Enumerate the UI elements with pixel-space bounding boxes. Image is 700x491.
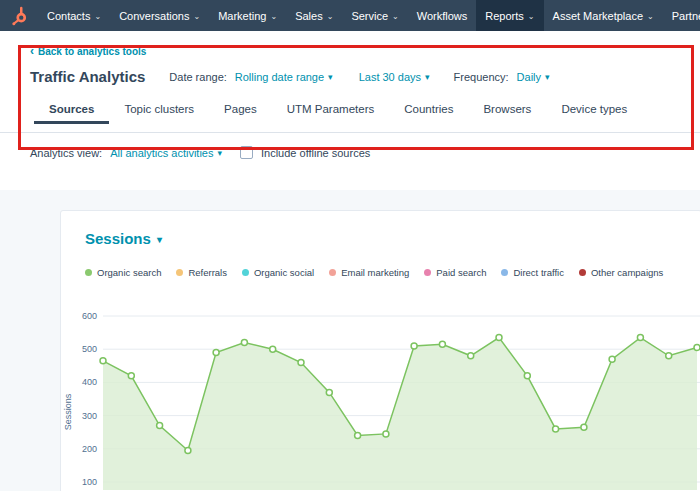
caret-down-icon: ⌄ [647,12,654,21]
caret-down-icon: ▾ [545,72,550,82]
page-header: ‹ Back to analytics tools Traffic Analyt… [0,31,700,85]
legend-dot-icon [176,269,183,276]
caret-down-icon: ⌄ [392,12,399,21]
nav-item-workflows[interactable]: Workflows [408,0,477,31]
nav-item-label: Sales [295,10,323,22]
tab-utm-parameters[interactable]: UTM Parameters [272,97,390,124]
legend-label: Direct traffic [513,267,564,278]
filter-row: Analytics view: All analytics activities… [0,133,700,159]
tab-device-types[interactable]: Device types [546,97,642,124]
page-title: Traffic Analytics [30,68,145,85]
back-link[interactable]: ‹ Back to analytics tools [30,46,146,57]
nav-item-asset-marketplace[interactable]: Asset Marketplace⌄ [544,0,663,31]
legend-dot-icon [579,269,586,276]
legend-dot-icon [424,269,431,276]
tab-sources[interactable]: Sources [34,97,109,124]
legend-label: Referrals [188,267,227,278]
date-range-label: Date range: [169,71,226,83]
nav-item-label: Asset Marketplace [553,10,643,22]
nav-item-label: Conversations [119,10,189,22]
legend-item-paid-search[interactable]: Paid search [424,267,486,278]
legend-label: Paid search [436,267,486,278]
date-range-type-dropdown[interactable]: Rolling date range ▾ [235,71,333,83]
nav-item-sales[interactable]: Sales⌄ [286,0,342,31]
include-offline-label: Include offline sources [261,147,370,159]
analytics-view-value: All analytics activities [110,147,213,159]
legend-label: Organic search [97,267,161,278]
frequency-value: Daily [517,71,541,83]
legend-dot-icon [501,269,508,276]
tab-browsers[interactable]: Browsers [468,97,546,124]
main-menu: Contacts⌄Conversations⌄Marketing⌄Sales⌄S… [38,0,700,31]
svg-text:500: 500 [82,344,97,354]
sessions-card: Sessions ▾ Organic searchReferralsOrgani… [60,210,700,491]
nav-item-conversations[interactable]: Conversations⌄ [110,0,209,31]
top-nav: Contacts⌄Conversations⌄Marketing⌄Sales⌄S… [0,0,700,31]
tab-topic-clusters[interactable]: Topic clusters [109,97,209,124]
analytics-view-dropdown[interactable]: All analytics activities ▾ [110,147,222,159]
caret-down-icon: ⌄ [327,12,334,21]
nav-item-reports[interactable]: Reports⌄ [476,0,543,31]
date-range-type-value: Rolling date range [235,71,324,83]
nav-item-label: Reports [485,10,524,22]
analytics-view-label: Analytics view: [30,147,102,159]
date-period-value: Last 30 days [359,71,421,83]
legend-item-referrals[interactable]: Referrals [176,267,227,278]
nav-item-service[interactable]: Service⌄ [342,0,407,31]
hubspot-logo-icon[interactable] [10,4,30,28]
frequency-label: Frequency: [454,71,509,83]
svg-text:400: 400 [82,377,97,387]
content-area: Sessions ▾ Organic searchReferralsOrgani… [0,190,700,491]
nav-item-label: Service [351,10,388,22]
legend-label: Organic social [254,267,314,278]
caret-down-icon: ⌄ [94,12,101,21]
caret-down-icon: ▾ [425,72,430,82]
caret-down-icon: ▾ [217,148,222,158]
sessions-title: Sessions [85,230,151,247]
legend-item-organic-social[interactable]: Organic social [242,267,314,278]
caret-down-icon: ▾ [328,72,333,82]
chevron-left-icon: ‹ [30,46,34,56]
legend-item-direct-traffic[interactable]: Direct traffic [501,267,564,278]
legend-item-organic-search[interactable]: Organic search [85,267,161,278]
caret-down-icon: ⌄ [528,12,535,21]
nav-item-label: Workflows [417,10,468,22]
nav-item-label: Contacts [47,10,90,22]
legend-dot-icon [242,269,249,276]
include-offline-checkbox[interactable] [240,146,253,159]
svg-text:300: 300 [82,411,97,421]
nav-item-label: Partner [672,10,700,22]
legend-dot-icon [329,269,336,276]
nav-item-partner[interactable]: Partner⌄ [663,0,700,31]
tab-pages[interactable]: Pages [209,97,272,124]
svg-text:100: 100 [82,477,97,487]
legend-dot-icon [85,269,92,276]
back-link-label: Back to analytics tools [38,46,146,57]
svg-text:Sessions: Sessions [63,393,73,430]
legend-label: Email marketing [341,267,409,278]
chart-legend: Organic searchReferralsOrganic socialEma… [61,267,700,278]
nav-item-label: Marketing [218,10,266,22]
svg-text:200: 200 [82,444,97,454]
tab-countries[interactable]: Countries [389,97,468,124]
sessions-area-chart: 600500400300200100Sessions [61,294,700,490]
caret-down-icon: ▾ [157,234,162,245]
caret-down-icon: ⌄ [193,12,200,21]
nav-item-contacts[interactable]: Contacts⌄ [38,0,110,31]
svg-text:600: 600 [82,311,97,321]
legend-item-email-marketing[interactable]: Email marketing [329,267,409,278]
analytics-tabs: SourcesTopic clustersPagesUTM Parameters… [0,97,700,124]
nav-item-marketing[interactable]: Marketing⌄ [209,0,286,31]
caret-down-icon: ⌄ [270,12,277,21]
legend-item-other-campaigns[interactable]: Other campaigns [579,267,663,278]
sessions-metric-dropdown[interactable]: Sessions ▾ [61,211,162,247]
legend-label: Other campaigns [591,267,663,278]
frequency-dropdown[interactable]: Daily ▾ [517,71,550,83]
date-period-dropdown[interactable]: Last 30 days ▾ [359,71,430,83]
